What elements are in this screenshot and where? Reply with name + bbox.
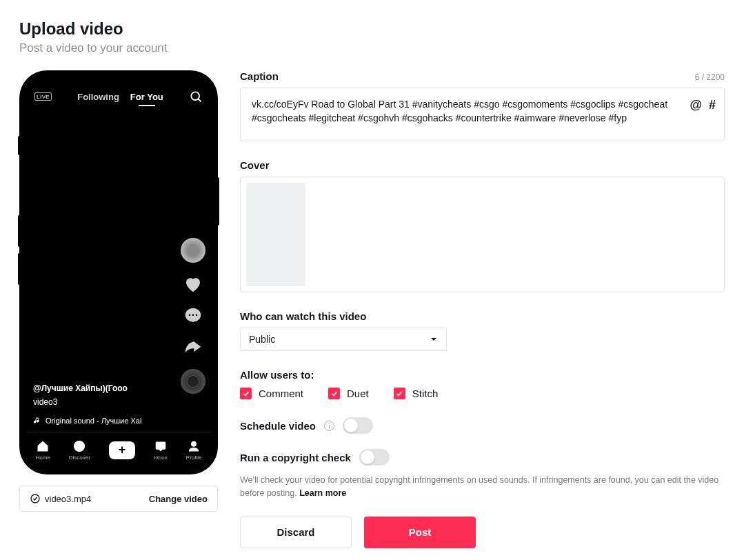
- music-note-icon: [33, 417, 41, 425]
- share-icon[interactable]: [183, 337, 203, 358]
- svg-point-4: [192, 314, 194, 317]
- svg-point-5: [196, 314, 198, 317]
- preview-video-name: video3: [33, 397, 170, 407]
- change-video-button[interactable]: Change video: [149, 494, 208, 504]
- copyright-helper: We'll check your video for potential cop…: [240, 474, 725, 500]
- schedule-toggle[interactable]: [343, 417, 373, 434]
- search-icon[interactable]: [189, 90, 203, 103]
- checkbox-stitch[interactable]: Stitch: [394, 388, 439, 399]
- allow-label: Allow users to:: [240, 369, 725, 381]
- check-circle-icon: [30, 493, 41, 504]
- like-icon[interactable]: [183, 274, 203, 294]
- file-info-bar: video3.mp4 Change video: [19, 486, 218, 512]
- caption-counter: 6 / 2200: [695, 72, 725, 82]
- learn-more-link[interactable]: Learn more: [299, 488, 346, 498]
- page-subtitle: Post a video to your account: [19, 41, 725, 55]
- feed-tabs: Following For You: [77, 92, 163, 102]
- nav-home[interactable]: Home: [35, 439, 50, 461]
- svg-rect-7: [156, 442, 165, 449]
- svg-line-1: [198, 99, 201, 101]
- discard-button[interactable]: Discard: [240, 517, 352, 548]
- avatar-icon[interactable]: [181, 238, 205, 263]
- preview-username: @Лучшие Хайпы)(Гооо: [33, 383, 170, 393]
- disc-icon[interactable]: [181, 369, 205, 394]
- tab-for-you[interactable]: For You: [130, 92, 163, 102]
- post-button[interactable]: Post: [364, 517, 476, 548]
- hashtag-button[interactable]: #: [709, 97, 716, 114]
- nav-inbox[interactable]: Inbox: [154, 439, 168, 461]
- svg-point-3: [189, 314, 191, 317]
- copyright-label: Run a copyright check: [240, 452, 351, 463]
- checkbox-duet[interactable]: Duet: [328, 388, 369, 399]
- tab-following[interactable]: Following: [77, 92, 119, 102]
- mention-button[interactable]: @: [690, 97, 702, 114]
- svg-point-9: [31, 494, 39, 503]
- file-name: video3.mp4: [45, 494, 91, 504]
- svg-point-8: [192, 441, 197, 446]
- cover-thumbnail[interactable]: [246, 183, 305, 286]
- caption-input[interactable]: vk.cc/coEyFv Road to Global Part 31 #van…: [240, 88, 725, 141]
- phone-preview: LIVE Following For You: [19, 70, 218, 474]
- cover-selector[interactable]: [240, 177, 725, 292]
- privacy-select[interactable]: Public: [240, 328, 447, 351]
- nav-discover[interactable]: Discover: [69, 439, 90, 461]
- checkbox-comment[interactable]: Comment: [240, 388, 303, 399]
- copyright-toggle[interactable]: [359, 449, 390, 466]
- schedule-label: Schedule video: [240, 420, 316, 432]
- chevron-down-icon: [430, 335, 438, 343]
- page-header: Upload video Post a video to your accoun…: [19, 19, 725, 55]
- cover-label: Cover: [240, 159, 725, 171]
- phone-bottom-nav: Home Discover + Inbox Profile: [26, 432, 211, 468]
- live-icon: LIVE: [34, 92, 52, 101]
- info-icon[interactable]: i: [324, 421, 334, 431]
- nav-profile[interactable]: Profile: [186, 439, 202, 461]
- comment-icon[interactable]: [183, 306, 203, 326]
- privacy-label: Who can watch this video: [240, 310, 725, 322]
- svg-point-0: [191, 92, 199, 100]
- page-title: Upload video: [19, 19, 725, 39]
- nav-create-button[interactable]: +: [109, 441, 135, 459]
- caption-label: Caption: [240, 70, 279, 82]
- preview-sound: Original sound - Лучшие Хаі: [33, 417, 170, 425]
